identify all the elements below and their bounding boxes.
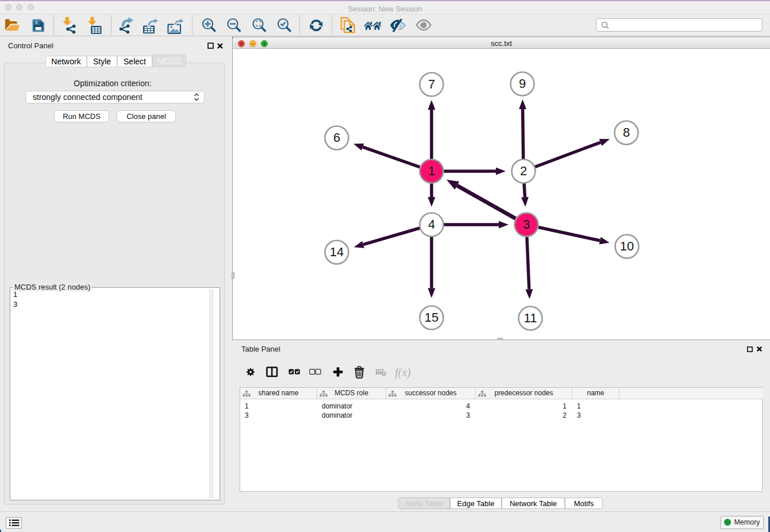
svg-text:6: 6 xyxy=(333,130,340,145)
svg-text:7: 7 xyxy=(428,77,435,91)
svg-text:11: 11 xyxy=(524,311,537,325)
svg-text:f(x): f(x) xyxy=(395,366,411,379)
svg-text:10: 10 xyxy=(620,239,634,253)
svg-text:14: 14 xyxy=(330,245,344,259)
svg-text:2: 2 xyxy=(520,164,527,178)
svg-text:8: 8 xyxy=(623,125,630,140)
svg-text:15: 15 xyxy=(425,310,438,325)
svg-text:4: 4 xyxy=(428,217,435,232)
svg-text:1: 1 xyxy=(428,164,435,178)
svg-text:9: 9 xyxy=(519,76,526,91)
svg-text:3: 3 xyxy=(523,217,530,232)
